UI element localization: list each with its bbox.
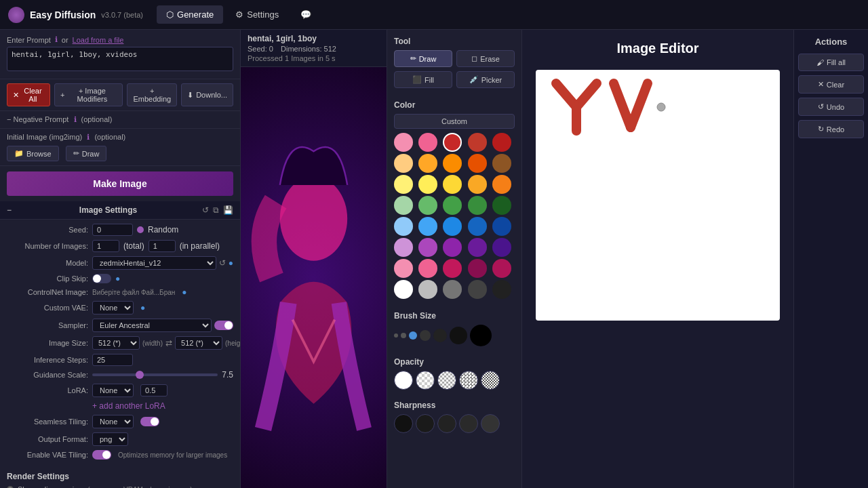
clip-skip-toggle[interactable] — [92, 274, 111, 283]
brush-size-5[interactable] — [433, 329, 447, 342]
undo-btn[interactable]: ↺ Undo — [798, 98, 864, 116]
clear-btn[interactable]: ✕ Clear — [798, 75, 864, 94]
guidance-scale-slider[interactable] — [92, 373, 218, 376]
seamless-toggle[interactable] — [140, 417, 159, 426]
opacity-1[interactable] — [394, 371, 413, 390]
erase-tool-btn[interactable]: ◻ Erase — [456, 50, 515, 67]
color-swatch-9[interactable] — [492, 154, 511, 173]
num-images-input[interactable] — [92, 240, 119, 252]
color-swatch-16[interactable] — [418, 196, 437, 215]
model-select[interactable]: zedmixHentai_v12 — [92, 256, 216, 270]
color-swatch-33[interactable] — [468, 259, 487, 278]
make-image-btn[interactable]: Make Image — [7, 171, 233, 196]
seed-input[interactable] — [92, 224, 133, 236]
vae-tiling-toggle[interactable] — [92, 450, 111, 460]
draw-tool-btn[interactable]: ✏ Draw — [394, 50, 452, 67]
color-swatch-36[interactable] — [418, 280, 437, 299]
clear-all-btn[interactable]: ✕ Clear All — [7, 83, 50, 106]
color-swatch-1[interactable] — [418, 133, 437, 152]
sharpness-5[interactable] — [481, 414, 500, 433]
fill-tool-btn[interactable]: ⬛ Fill — [394, 71, 452, 88]
brush-size-2[interactable] — [401, 333, 406, 338]
sampler-select[interactable]: Euler Ancestral — [92, 319, 212, 332]
color-swatch-39[interactable] — [492, 280, 511, 299]
color-swatch-5[interactable] — [394, 154, 413, 173]
color-swatch-2[interactable] — [443, 133, 462, 152]
save-icon[interactable]: 💾 — [223, 205, 233, 215]
color-swatch-22[interactable] — [443, 217, 462, 236]
custom-vae-select[interactable]: None — [92, 301, 134, 314]
color-swatch-4[interactable] — [492, 133, 511, 152]
color-swatch-37[interactable] — [443, 280, 462, 299]
color-swatch-20[interactable] — [394, 217, 413, 236]
opacity-3[interactable] — [437, 371, 456, 390]
color-swatch-0[interactable] — [394, 133, 413, 152]
color-swatch-6[interactable] — [418, 154, 437, 173]
brush-size-7[interactable] — [470, 325, 492, 346]
color-swatch-29[interactable] — [492, 238, 511, 257]
copy-icon[interactable]: ⧉ — [213, 205, 219, 215]
color-swatch-23[interactable] — [468, 217, 487, 236]
color-swatch-31[interactable] — [418, 259, 437, 278]
color-swatch-32[interactable] — [443, 259, 462, 278]
image-modifiers-btn[interactable]: + + Image Modifiers — [54, 83, 123, 106]
height-select[interactable]: 512 (*) — [175, 336, 222, 350]
color-swatch-35[interactable] — [394, 280, 413, 299]
draw-init-btn[interactable]: ✏ Draw — [66, 146, 107, 161]
picker-tool-btn[interactable]: 💉 Picker — [456, 71, 515, 88]
brush-size-1[interactable] — [394, 333, 398, 338]
color-swatch-17[interactable] — [443, 196, 462, 215]
color-swatch-11[interactable] — [418, 175, 437, 194]
sharpness-2[interactable] — [416, 414, 435, 433]
generate-nav-btn[interactable]: ⬡ Generate — [157, 5, 223, 24]
output-format-select[interactable]: png — [92, 432, 128, 446]
sharpness-4[interactable] — [459, 414, 478, 433]
redo-btn[interactable]: ↻ Redo — [798, 120, 864, 138]
sampler-toggle[interactable] — [214, 321, 233, 330]
color-swatch-30[interactable] — [394, 259, 413, 278]
color-swatch-8[interactable] — [468, 154, 487, 173]
reset-icon[interactable]: ↺ — [202, 205, 209, 215]
inference-steps-input[interactable] — [92, 354, 133, 366]
color-swatch-28[interactable] — [468, 238, 487, 257]
color-swatch-13[interactable] — [468, 175, 487, 194]
swap-size-icon[interactable]: ⇄ — [165, 338, 172, 348]
width-select[interactable]: 512 (*) — [92, 336, 140, 350]
color-swatch-25[interactable] — [394, 238, 413, 257]
opacity-4[interactable] — [459, 371, 478, 390]
lora-value-input[interactable] — [140, 384, 167, 396]
settings-nav-btn[interactable]: ⚙ Settings — [226, 5, 288, 24]
editor-canvas[interactable] — [536, 70, 780, 321]
browse-btn[interactable]: 📁 Browse — [7, 146, 59, 161]
color-swatch-38[interactable] — [468, 280, 487, 299]
random-radio[interactable] — [137, 226, 144, 233]
color-swatch-15[interactable] — [394, 196, 413, 215]
color-swatch-18[interactable] — [468, 196, 487, 215]
brush-size-3[interactable] — [409, 331, 417, 340]
download-btn[interactable]: ⬇ Downlo... — [181, 83, 233, 106]
color-swatch-3[interactable] — [468, 133, 487, 152]
prompt-input[interactable]: hentai, 1girl, 1boy, xvideos — [7, 47, 233, 71]
fill-all-btn[interactable]: 🖌 Fill all — [798, 54, 864, 71]
color-swatch-14[interactable] — [492, 175, 511, 194]
color-swatch-34[interactable] — [492, 259, 511, 278]
sharpness-1[interactable] — [394, 414, 413, 433]
color-swatch-26[interactable] — [418, 238, 437, 257]
load-file-link[interactable]: Load from a file — [73, 36, 124, 44]
seamless-select[interactable]: None — [92, 415, 134, 428]
color-swatch-10[interactable] — [394, 175, 413, 194]
refresh-model-icon[interactable]: ↺ — [219, 258, 226, 268]
brush-size-4[interactable] — [420, 330, 431, 341]
community-nav-btn[interactable]: 💬 — [291, 5, 321, 24]
lora-select[interactable]: None — [92, 384, 134, 397]
parallel-input[interactable] — [149, 240, 176, 252]
color-swatch-19[interactable] — [492, 196, 511, 215]
add-lora-link[interactable]: + add another LoRA — [92, 401, 165, 411]
color-swatch-24[interactable] — [492, 217, 511, 236]
opacity-2[interactable] — [416, 371, 435, 390]
editor-canvas-area[interactable] — [522, 63, 793, 488]
embedding-btn[interactable]: + Embedding — [127, 83, 177, 106]
color-swatch-27[interactable] — [443, 238, 462, 257]
opacity-5[interactable] — [481, 371, 500, 390]
sharpness-3[interactable] — [437, 414, 456, 433]
